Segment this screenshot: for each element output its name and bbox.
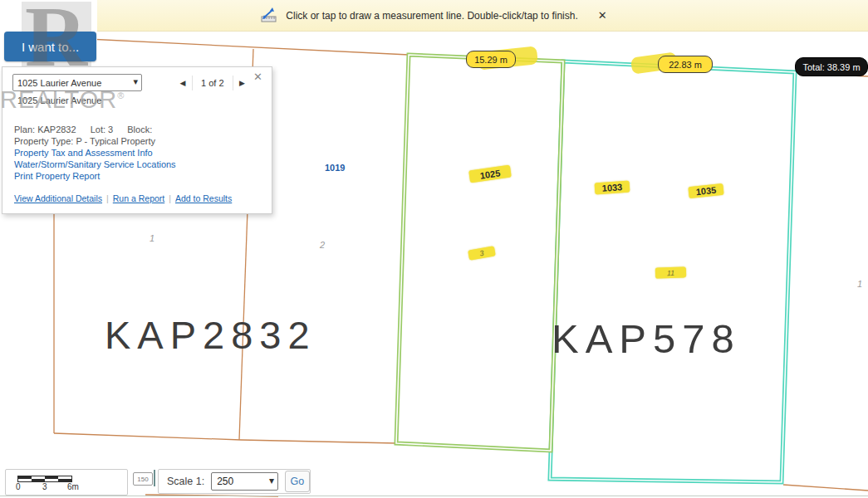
measurement-segment-2: 22.83 m [658,56,713,73]
link-print-report[interactable]: Print Property Report [14,171,100,181]
popup-plan-line: Plan: KAP2832 Lot: 3 Block: [14,124,164,134]
map-viewer: KAP2832 KAP578 1019 1 2 1 1025 1033 1035… [0,0,868,498]
plan-label-kap578: KAP578 [552,315,741,362]
popup-close-icon[interactable]: ✕ [253,71,262,83]
property-info-popup: 1025 Laurier Avenue ▾ ◀ 1 of 2 ▶ ✕ 1025 … [2,66,272,214]
scalebar-tick-3: 3 [42,482,47,491]
pager-label: 1 of 2 [193,78,233,88]
link-run-a-report[interactable]: Run a Report [113,193,164,203]
scale-label: Scale 1: [167,476,204,487]
banner-close-icon[interactable]: ✕ [598,10,607,21]
scale-select[interactable]: 250 [211,472,278,491]
pager-prev-button[interactable]: ◀ [174,74,192,92]
lot-highlight-3-text: 3 [479,249,485,258]
popup-lot: Lot: 3 [91,124,114,134]
plan-label-kap2832: KAP2832 [105,312,316,358]
link-property-tax[interactable]: Property Tax and Assessment Info [14,148,153,158]
lot-highlight-11: 11 [655,266,686,278]
address-highlight-1033: 1033 [595,181,630,195]
link-service-locations[interactable]: Water/Storm/Sanitary Service Locations [14,159,176,169]
popup-block: Block: [127,124,152,134]
lot-number-2: 2 [320,240,325,250]
scale-stamp-icon: 150 [133,472,153,486]
scalebar-tick-6m: 6m [67,482,79,491]
popup-property-type: Property Type: P - Typical Property [14,136,155,146]
popup-address: 1025 Laurier Avenue [17,95,101,105]
go-button[interactable]: Go [285,471,310,492]
scalebar-box: 0 3 6m [5,469,128,496]
i-want-to-button[interactable]: I want to... [4,32,96,61]
result-pager: ◀ 1 of 2 ▶ [174,74,252,92]
lot-number-right: 1 [857,279,862,289]
popup-footer-links: View Additional Details|Run a Report|Add… [14,193,232,203]
house-number-1019: 1019 [325,163,345,173]
address-select-wrap: 1025 Laurier Avenue ▾ [12,74,142,91]
pager-next-button[interactable]: ▶ [233,74,252,92]
text-cursor-icon [154,470,155,486]
address-highlight-1025-text: 1025 [479,168,501,180]
scalebar-graphic [17,476,72,482]
lot-number-1: 1 [150,233,154,243]
address-highlight-1035-text: 1035 [695,185,717,197]
scalebar-tick-0: 0 [16,482,21,491]
link-add-to-results[interactable]: Add to Results [175,193,232,203]
scale-select-wrap: 250 ▾ [211,472,278,491]
measure-tool-icon [261,7,277,23]
popup-plan: Plan: KAP2832 [14,124,76,134]
address-highlight-1033-text: 1033 [601,182,622,193]
measurement-banner: Click or tap to draw a measurement line.… [0,0,868,32]
measurement-total: Total: 38.39 m [795,57,868,76]
address-select[interactable]: 1025 Laurier Avenue [12,74,142,91]
footer-separator: | [169,193,171,203]
footer-separator: | [106,193,109,203]
link-view-additional-details[interactable]: View Additional Details [14,193,102,203]
scale-control-box: Scale 1: 250 ▾ Go [158,469,311,494]
viewport-bottom-edge [0,496,868,496]
banner-message: Click or tap to draw a measurement line.… [286,10,578,22]
lot-highlight-11-text: 11 [667,268,675,276]
measurement-segment-1: 15.29 m [466,51,516,68]
